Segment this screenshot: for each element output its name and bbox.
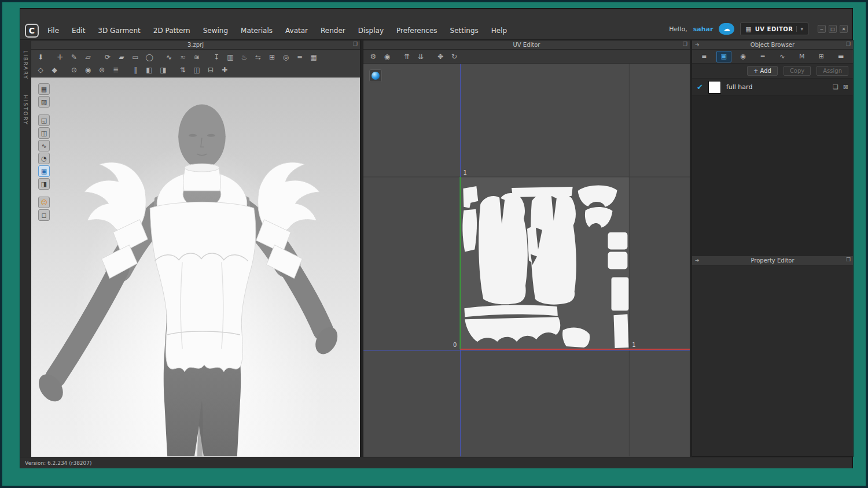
rectangle-tool-icon[interactable]: ▭: [128, 51, 142, 64]
float-panel-icon[interactable]: ❐: [353, 41, 358, 47]
object-browser-actions: + Add Copy Assign: [692, 64, 853, 79]
uv-layout-graphic: 1 0 1: [363, 64, 690, 457]
panel-nav-arrow-icon[interactable]: ➔: [695, 42, 700, 47]
measure-tool-icon[interactable]: ◎: [279, 51, 293, 64]
greeting-text: Hello,: [669, 25, 687, 33]
status-bar: Version: 6.2.234 (r38207): [20, 457, 852, 468]
free-sewing-tool-icon[interactable]: ≋: [190, 51, 204, 64]
show-pins-icon[interactable]: ◔: [38, 153, 50, 164]
copy-button[interactable]: Copy: [784, 66, 811, 76]
piping-icon[interactable]: ◨: [156, 64, 170, 76]
uv-snapshot-settings-icon[interactable]: ⚙: [366, 50, 380, 62]
maximize-button[interactable]: □: [829, 25, 837, 33]
check-icon[interactable]: ✔: [697, 83, 703, 91]
scene-list-icon[interactable]: ≡: [697, 51, 712, 62]
menu-render[interactable]: Render: [314, 23, 352, 38]
circle-tool-icon[interactable]: ◯: [142, 51, 156, 64]
add-button[interactable]: + Add: [747, 66, 778, 76]
clone-fabric-icon[interactable]: ❏: [833, 83, 838, 91]
menu-2d-pattern[interactable]: 2D Pattern: [147, 23, 197, 38]
edit-sewing-tool-icon[interactable]: ∿: [162, 51, 176, 64]
select-move-tool-icon[interactable]: ✛: [53, 51, 67, 64]
transform-uv-icon[interactable]: ✥: [433, 50, 447, 62]
smart-transform-tool-icon[interactable]: ⟳: [101, 51, 115, 64]
menu-3d-garment[interactable]: 3D Garment: [91, 23, 146, 38]
menu-sewing[interactable]: Sewing: [197, 23, 234, 38]
fabric-tab-icon[interactable]: ▣: [716, 51, 731, 62]
panel-nav-arrow-icon[interactable]: ➔: [695, 257, 700, 263]
binding-icon[interactable]: ◧: [142, 64, 156, 76]
pattern-fill-icon[interactable]: ◆: [47, 64, 61, 76]
menu-avatar[interactable]: Avatar: [279, 23, 314, 38]
menu-preferences[interactable]: Preferences: [390, 23, 444, 38]
simulate-dropdown-icon[interactable]: ⬇: [34, 51, 47, 64]
segment-sewing-tool-icon[interactable]: ≈: [176, 51, 190, 64]
fold-arrangement-icon[interactable]: ⇋: [251, 51, 265, 64]
sewing-machine-icon[interactable]: ▥: [223, 51, 237, 64]
topstitch-icon[interactable]: ∥: [128, 64, 142, 76]
button-icon[interactable]: ◉: [81, 64, 95, 76]
tack-tool-icon[interactable]: ✚: [218, 64, 231, 76]
material-sphere-icon[interactable]: [369, 69, 382, 82]
close-button[interactable]: ✕: [840, 25, 848, 33]
minimize-button[interactable]: ─: [818, 25, 826, 33]
band-tab-icon[interactable]: ▬: [833, 51, 848, 62]
delete-fabric-icon[interactable]: ⊠: [843, 83, 848, 91]
cloud-sync-icon[interactable]: ☁: [719, 23, 734, 35]
uv-snapshot-icon[interactable]: ◉: [380, 50, 394, 62]
zipper-icon[interactable]: ≣: [109, 64, 123, 76]
float-panel-icon[interactable]: ❐: [846, 41, 851, 47]
fabric-list-item[interactable]: ✔ full hard ❏⊠: [692, 79, 853, 96]
pin-tool-icon[interactable]: ↧: [209, 51, 223, 64]
trim-tab-icon[interactable]: ⊞: [814, 51, 829, 62]
trim-icon[interactable]: ⊙: [67, 64, 81, 76]
transform-pattern-tool-icon[interactable]: ▱: [81, 51, 95, 64]
fabric-color-swatch[interactable]: [708, 81, 721, 94]
menu-help[interactable]: Help: [485, 23, 513, 38]
chevron-down-icon: ▾: [796, 26, 803, 32]
show-internal-lines-icon[interactable]: ◫: [38, 127, 50, 139]
menu-materials[interactable]: Materials: [234, 23, 279, 38]
basting-icon[interactable]: ⊟: [204, 64, 218, 76]
edit-pattern-tool-icon[interactable]: ✎: [67, 51, 81, 64]
layer-icon[interactable]: ◫: [190, 64, 204, 76]
buttonhole-icon[interactable]: ⊚: [95, 64, 109, 76]
float-panel-icon[interactable]: ❐: [846, 257, 851, 263]
assign-button[interactable]: Assign: [816, 66, 848, 76]
flatten-tool-icon[interactable]: ▦: [307, 51, 321, 64]
avatar-texture-icon[interactable]: ▨: [38, 96, 50, 108]
uv-canvas[interactable]: 1 0 1: [363, 64, 690, 457]
topstitch-tab-icon[interactable]: ━: [755, 51, 770, 62]
steam-iron-icon[interactable]: ♨: [237, 51, 251, 64]
show-arrangement-points-icon[interactable]: ◻: [38, 209, 50, 221]
float-panel-icon[interactable]: ❐: [683, 41, 687, 47]
tape-tool-icon[interactable]: ═: [293, 51, 307, 64]
button-tab-icon[interactable]: ◉: [735, 51, 751, 62]
tab-library[interactable]: LIBRARY: [23, 50, 28, 80]
tab-history[interactable]: HISTORY: [23, 95, 28, 125]
fullness-icon[interactable]: ⇅: [176, 64, 190, 76]
menu-file[interactable]: File: [41, 23, 65, 38]
thick-textured-surface-icon[interactable]: ◨: [38, 178, 50, 190]
avatar-display-icon[interactable]: ▦: [38, 83, 50, 95]
show-avatar-icon[interactable]: ☺: [38, 197, 50, 208]
mode-label: UV EDITOR: [755, 26, 793, 32]
grid-icon: ▦: [745, 25, 751, 33]
reset-uv-icon[interactable]: ↻: [447, 50, 461, 62]
polygon-tool-icon[interactable]: ▰: [115, 51, 128, 64]
show-sewing-icon[interactable]: ∿: [38, 140, 50, 151]
viewport-3d-canvas[interactable]: ▦▨◱◫∿◔▣◨☺◻: [31, 77, 360, 457]
username-link[interactable]: sahar: [693, 25, 713, 33]
menu-edit[interactable]: Edit: [65, 23, 91, 38]
material-tab-icon[interactable]: M: [795, 51, 810, 62]
arrange-uv-all-icon[interactable]: ⇈: [400, 50, 414, 62]
menu-settings[interactable]: Settings: [444, 23, 485, 38]
arrange-uv-selected-icon[interactable]: ⇊: [414, 50, 428, 62]
grid-arrangement-icon[interactable]: ⊞: [265, 51, 279, 64]
puckering-tab-icon[interactable]: ∿: [775, 51, 790, 62]
textured-surface-icon[interactable]: ▣: [38, 165, 50, 177]
show-3d-garment-icon[interactable]: ◱: [38, 114, 50, 126]
mode-selector-button[interactable]: ▦ UV EDITOR ▾: [740, 23, 808, 35]
pattern-outline-icon[interactable]: ◇: [34, 64, 47, 76]
menu-display[interactable]: Display: [352, 23, 390, 38]
